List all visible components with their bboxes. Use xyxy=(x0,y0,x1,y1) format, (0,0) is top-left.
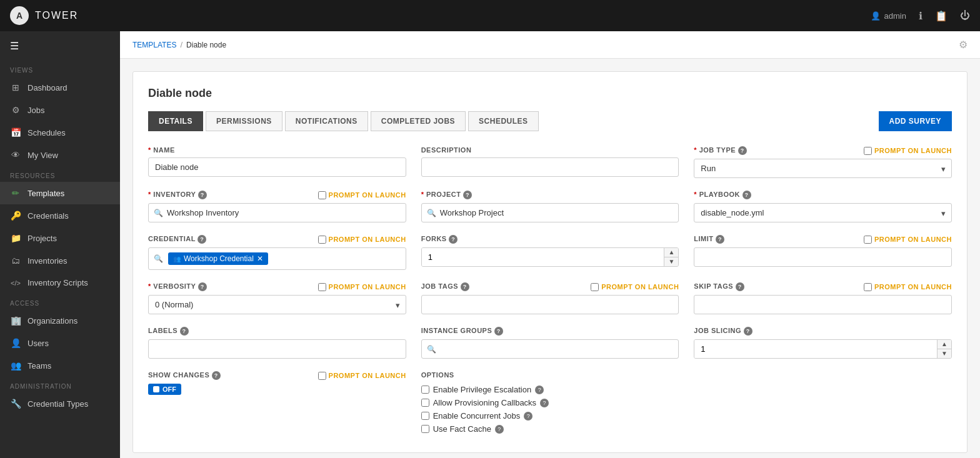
job-tags-help-icon[interactable]: ? xyxy=(461,282,469,291)
concurrent-jobs-help-icon[interactable]: ? xyxy=(524,412,532,421)
privilege-escalation-help-icon[interactable]: ? xyxy=(535,386,544,394)
concurrent-jobs-checkbox[interactable] xyxy=(421,412,429,420)
instance-groups-input[interactable] xyxy=(440,340,674,358)
show-changes-prompt: PROMPT ON LAUNCH xyxy=(318,372,406,380)
skip-tags-help-icon[interactable]: ? xyxy=(736,282,744,291)
playbook-select-wrapper: disable_node.yml ▾ xyxy=(694,203,952,222)
provisioning-callbacks-checkbox[interactable] xyxy=(421,399,429,407)
user-menu[interactable]: 👤 admin xyxy=(871,11,906,21)
skip-tags-input[interactable] xyxy=(694,295,952,314)
verbosity-prompt-checkbox[interactable] xyxy=(318,283,326,291)
verbosity-label: * VERBOSITY ? PROMPT ON LAUNCH xyxy=(148,282,406,291)
job-tags-prompt-checkbox[interactable] xyxy=(591,283,599,291)
form-grid: * NAME DESCRIPTION * JOB TYPE ? xyxy=(148,146,952,437)
job-slicing-down-button[interactable]: ▼ xyxy=(938,349,951,358)
job-slicing-spinners: ▲ ▼ xyxy=(937,340,951,358)
sidebar-item-dashboard[interactable]: ⊞ Dashboard xyxy=(0,76,120,99)
sidebar-item-credentials[interactable]: 🔑 Credentials xyxy=(0,204,120,227)
job-slicing-input[interactable] xyxy=(694,340,937,358)
username: admin xyxy=(884,11,906,21)
inventory-prompt-checkbox[interactable] xyxy=(318,191,326,199)
sidebar-item-teams[interactable]: 👥 Teams xyxy=(0,354,120,377)
description-input[interactable] xyxy=(421,157,679,177)
job-type-prompt-checkbox[interactable] xyxy=(864,147,872,155)
logo-icon: A xyxy=(10,6,29,25)
provisioning-callbacks-help-icon[interactable]: ? xyxy=(540,399,549,407)
tab-add-survey[interactable]: ADD SURVEY xyxy=(879,111,952,131)
fact-cache-checkbox[interactable] xyxy=(421,425,429,433)
clipboard-icon[interactable]: 📋 xyxy=(935,10,948,22)
sidebar-item-schedules[interactable]: 📅 Schedules xyxy=(0,121,120,144)
users-icon: 👤 xyxy=(10,338,21,348)
inventory-input[interactable] xyxy=(167,204,401,222)
sidebar-item-credential-types[interactable]: 🔧 Credential Types xyxy=(0,392,120,415)
verbosity-select-wrapper: 0 (Normal) 1 (Verbose) 2 (More Verbose) … xyxy=(148,295,406,314)
breadcrumb-separator: / xyxy=(180,40,182,49)
settings-icon[interactable]: ⚙ xyxy=(959,39,968,51)
chip-remove-button[interactable]: ✕ xyxy=(257,254,263,263)
project-input[interactable] xyxy=(440,204,674,222)
labels-input[interactable] xyxy=(148,339,406,359)
limit-label: LIMIT ? PROMPT ON LAUNCH xyxy=(694,235,952,244)
tab-permissions[interactable]: PERMISSIONS xyxy=(206,111,282,131)
sidebar-item-organizations[interactable]: 🏢 Organizations xyxy=(0,309,120,332)
forks-up-button[interactable]: ▲ xyxy=(664,248,678,257)
fact-cache-help-icon[interactable]: ? xyxy=(495,425,504,434)
credential-prompt-checkbox[interactable] xyxy=(318,236,326,244)
sidebar-item-my-view[interactable]: 👁 My View xyxy=(0,144,120,166)
verbosity-select[interactable]: 0 (Normal) 1 (Verbose) 2 (More Verbose) … xyxy=(148,295,406,314)
info-icon[interactable]: ℹ xyxy=(919,10,922,22)
job-type-help-icon[interactable]: ? xyxy=(738,146,747,155)
sidebar-item-label: Jobs xyxy=(28,106,44,115)
limit-prompt: PROMPT ON LAUNCH xyxy=(864,236,952,244)
sidebar-item-inventories[interactable]: 🗂 Inventories xyxy=(0,249,120,272)
limit-help-icon[interactable]: ? xyxy=(716,235,724,244)
instance-groups-search-wrapper: 🔍 xyxy=(421,339,679,359)
show-changes-label: SHOW CHANGES ? PROMPT ON LAUNCH xyxy=(148,371,406,380)
labels-help-icon[interactable]: ? xyxy=(180,327,189,336)
privilege-escalation-checkbox[interactable] xyxy=(421,386,429,394)
labels-label: LABELS ? xyxy=(148,327,406,336)
name-input[interactable] xyxy=(148,157,406,177)
sidebar-item-label: Credentials xyxy=(28,211,69,221)
app-name: TOWER xyxy=(35,10,78,21)
power-icon[interactable]: ⏻ xyxy=(960,10,970,21)
project-help-icon[interactable]: ? xyxy=(463,191,472,199)
playbook-help-icon[interactable]: ? xyxy=(742,191,751,199)
inventory-help-icon[interactable]: ? xyxy=(198,191,207,199)
credential-input-wrapper[interactable]: 🔍 👥 Workshop Credential ✕ xyxy=(148,247,406,270)
sidebar-item-projects[interactable]: 📁 Projects xyxy=(0,227,120,249)
tab-completed-jobs[interactable]: COMPLETED JOBS xyxy=(371,111,466,131)
job-slicing-up-button[interactable]: ▲ xyxy=(938,340,951,349)
show-changes-toggle[interactable]: OFF xyxy=(148,384,181,395)
job-tags-input[interactable] xyxy=(421,295,679,314)
forks-down-button[interactable]: ▼ xyxy=(664,257,678,266)
credential-help-icon[interactable]: ? xyxy=(198,235,206,244)
job-type-select[interactable]: Run Check Scan xyxy=(694,159,952,178)
verbosity-prompt: PROMPT ON LAUNCH xyxy=(318,283,406,291)
limit-prompt-checkbox[interactable] xyxy=(864,236,872,244)
option-privilege-escalation: Enable Privilege Escalation ? xyxy=(421,385,952,394)
sidebar-item-inventory-scripts[interactable]: </> Inventory Scripts xyxy=(0,272,120,294)
tab-schedules[interactable]: SCHEDULES xyxy=(468,111,539,131)
field-job-type: * JOB TYPE ? PROMPT ON LAUNCH Run xyxy=(694,146,952,178)
sidebar-item-templates[interactable]: ✏ Templates xyxy=(0,182,120,204)
limit-input[interactable] xyxy=(694,247,952,267)
instance-groups-help-icon[interactable]: ? xyxy=(494,327,503,336)
verbosity-help-icon[interactable]: ? xyxy=(198,282,207,291)
show-changes-prompt-checkbox[interactable] xyxy=(318,372,326,380)
schedules-icon: 📅 xyxy=(10,127,21,137)
breadcrumb-parent[interactable]: TEMPLATES xyxy=(132,41,176,49)
forks-input[interactable] xyxy=(422,248,664,266)
skip-tags-prompt-checkbox[interactable] xyxy=(864,283,872,291)
sidebar-item-jobs[interactable]: ⚙ Jobs xyxy=(0,99,120,121)
job-slicing-help-icon[interactable]: ? xyxy=(744,327,752,336)
hamburger-menu[interactable]: ☰ xyxy=(0,31,120,61)
show-changes-help-icon[interactable]: ? xyxy=(212,371,221,380)
tab-details[interactable]: DETAILS xyxy=(148,111,203,131)
field-inventory: * INVENTORY ? PROMPT ON LAUNCH 🔍 xyxy=(148,191,406,222)
forks-help-icon[interactable]: ? xyxy=(449,235,458,244)
sidebar-item-users[interactable]: 👤 Users xyxy=(0,332,120,354)
playbook-select[interactable]: disable_node.yml xyxy=(694,203,952,222)
tab-notifications[interactable]: NOTIFICATIONS xyxy=(285,111,368,131)
